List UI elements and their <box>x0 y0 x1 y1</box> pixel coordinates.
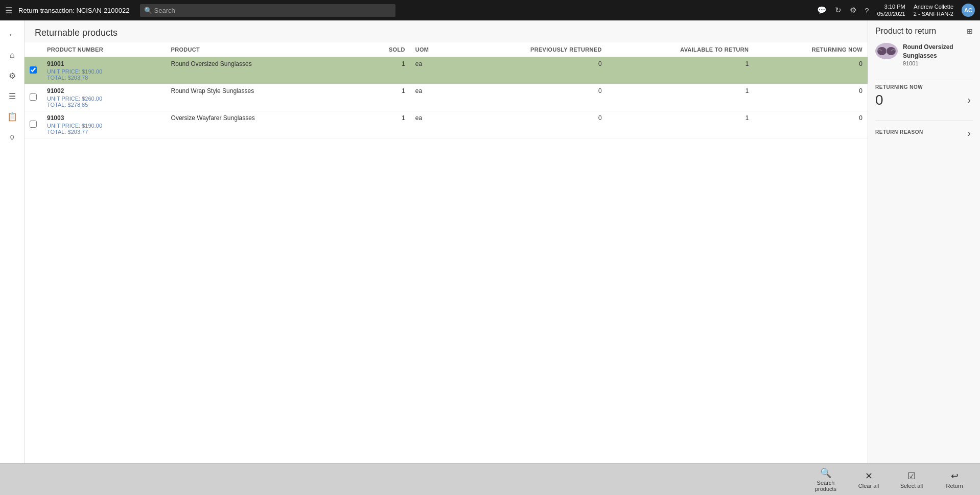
returning-now-chevron[interactable]: › <box>965 92 973 108</box>
row-sold: 1 <box>361 57 410 84</box>
table-header-row: PRODUCT NUMBER PRODUCT SOLD UOM PREVIOUS… <box>25 42 868 57</box>
products-table: PRODUCT NUMBER PRODUCT SOLD UOM PREVIOUS… <box>25 42 868 138</box>
row-spacer <box>342 111 361 138</box>
search-products-button[interactable]: 🔍 Searchproducts <box>810 467 841 492</box>
col-prev-returned: PREVIOUSLY RETURNED <box>455 42 607 57</box>
sunglasses-svg <box>876 44 897 58</box>
row-available: 1 <box>607 57 754 84</box>
topbar: ☰ Return transaction: NCISAN-2100022 🔍 💬… <box>0 0 980 20</box>
table-container: PRODUCT NUMBER PRODUCT SOLD UOM PREVIOUS… <box>25 42 868 463</box>
row-checkbox-0[interactable] <box>30 66 37 74</box>
table-row[interactable]: 91001 UNIT PRICE: $190.00 TOTAL: $203.78… <box>25 57 868 84</box>
row-product-name: Round Oversized Sunglasses <box>166 57 342 84</box>
page-header: Returnable products <box>25 20 868 42</box>
sidebar-back-icon[interactable]: ← <box>3 26 21 44</box>
avatar[interactable]: AC <box>962 4 975 17</box>
return-reason-chevron[interactable]: › <box>965 125 973 141</box>
topbar-search-input[interactable] <box>140 4 395 17</box>
product-preview-id: 91001 <box>903 60 973 66</box>
return-button[interactable]: ↩ Return <box>939 470 970 489</box>
return-reason-section: RETURN REASON › <box>875 125 973 141</box>
search-products-icon: 🔍 <box>820 467 831 479</box>
content-area: Returnable products PRODUCT NUMBER PRODU… <box>25 20 868 463</box>
select-all-label: Select all <box>900 483 923 489</box>
page-title: Returnable products <box>35 28 118 38</box>
col-sold: SOLD <box>361 42 410 57</box>
right-panel-title: Product to return <box>875 27 936 36</box>
row-checkbox-2[interactable] <box>30 121 37 128</box>
return-icon: ↩ <box>951 470 959 482</box>
row-prev-returned: 0 <box>455 57 607 84</box>
returning-now-value: 0 <box>875 92 883 108</box>
returning-now-label: RETURNING NOW <box>875 84 973 90</box>
svg-rect-3 <box>886 50 887 52</box>
topbar-date: 05/20/2021 <box>877 10 905 17</box>
table-row[interactable]: 91003 UNIT PRICE: $190.00 TOTAL: $203.77… <box>25 111 868 138</box>
help-icon[interactable]: ? <box>865 6 869 15</box>
settings-icon[interactable]: ⚙ <box>850 6 856 15</box>
hamburger-icon[interactable]: ☰ <box>5 6 12 15</box>
row-product-number: 91002 UNIT PRICE: $260.00 TOTAL: $278.85 <box>42 84 166 111</box>
row-available: 1 <box>607 84 754 111</box>
right-panel-expand-icon[interactable]: ⊞ <box>967 27 973 35</box>
row-available: 1 <box>607 111 754 138</box>
topbar-title: Return transaction: NCISAN-2100022 <box>18 7 130 14</box>
row-prev-returned: 0 <box>455 84 607 111</box>
sidebar-home-icon[interactable]: ⌂ <box>3 46 21 64</box>
row-uom: ea <box>410 57 455 84</box>
topbar-time: 3:10 PM <box>877 3 905 10</box>
row-uom: ea <box>410 111 455 138</box>
select-all-button[interactable]: ☑ Select all <box>896 470 927 489</box>
bottom-bar: 🔍 Searchproducts ✕ Clear all ☑ Select al… <box>0 463 980 495</box>
row-checkbox-cell[interactable] <box>25 111 42 138</box>
row-product-name: Round Wrap Style Sunglasses <box>166 84 342 111</box>
row-spacer <box>342 57 361 84</box>
product-preview-name: Round Oversized Sunglasses <box>903 43 973 60</box>
returning-section: RETURNING NOW 0 › <box>875 84 973 108</box>
row-product-number: 91003 UNIT PRICE: $190.00 TOTAL: $203.77 <box>42 111 166 138</box>
col-spacer <box>342 42 361 57</box>
clear-all-label: Clear all <box>858 483 879 489</box>
col-product-number: PRODUCT NUMBER <box>42 42 166 57</box>
topbar-store: 2 - SANFRAN-2 <box>914 10 953 17</box>
return-label: Return <box>946 483 963 489</box>
select-all-icon: ☑ <box>907 470 916 482</box>
main-wrap: ← ⌂ ⚙ ☰ 📋 0 Returnable products PRODUCT … <box>0 20 980 463</box>
sidebar-count-icon[interactable]: 0 <box>3 128 21 146</box>
clear-all-button[interactable]: ✕ Clear all <box>853 470 884 489</box>
col-uom: UOM <box>410 42 455 57</box>
row-checkbox-1[interactable] <box>30 93 37 101</box>
refresh-icon[interactable]: ↻ <box>835 6 842 15</box>
return-reason-label: RETURN REASON <box>875 129 923 135</box>
topbar-datetime: 3:10 PM 05/20/2021 <box>877 3 905 18</box>
divider-1 <box>875 80 973 80</box>
search-products-label: Searchproducts <box>815 480 836 492</box>
sidebar-orders-icon[interactable]: 📋 <box>3 107 21 126</box>
row-product-name: Oversize Wayfarer Sunglasses <box>166 111 342 138</box>
row-prev-returned: 0 <box>455 111 607 138</box>
search-wrap: 🔍 <box>140 4 395 17</box>
row-returning-now: 0 <box>754 57 868 84</box>
row-uom: ea <box>410 84 455 111</box>
sidebar-menu-icon[interactable]: ☰ <box>3 87 21 105</box>
return-reason-row: RETURN REASON › <box>875 125 973 141</box>
divider-2 <box>875 121 973 121</box>
search-icon: 🔍 <box>144 7 152 14</box>
returning-row: 0 › <box>875 92 973 108</box>
row-sold: 1 <box>361 84 410 111</box>
row-sold: 1 <box>361 111 410 138</box>
product-image <box>875 43 898 59</box>
table-row[interactable]: 91002 UNIT PRICE: $260.00 TOTAL: $278.85… <box>25 84 868 111</box>
product-preview: Round Oversized Sunglasses 91001 <box>875 43 973 66</box>
row-checkbox-cell[interactable] <box>25 57 42 84</box>
product-info: Round Oversized Sunglasses 91001 <box>903 43 973 66</box>
right-panel: Product to return ⊞ Round Oversized Sung… <box>868 20 980 463</box>
col-returning-now: RETURNING NOW <box>754 42 868 57</box>
row-checkbox-cell[interactable] <box>25 84 42 111</box>
col-product: PRODUCT <box>166 42 342 57</box>
topbar-username: Andrew Collette <box>914 3 953 10</box>
sidebar-settings-icon[interactable]: ⚙ <box>3 66 21 85</box>
chat-icon[interactable]: 💬 <box>817 6 827 15</box>
col-checkbox <box>25 42 42 57</box>
topbar-right: 💬 ↻ ⚙ ? 3:10 PM 05/20/2021 Andrew Collet… <box>817 3 975 18</box>
